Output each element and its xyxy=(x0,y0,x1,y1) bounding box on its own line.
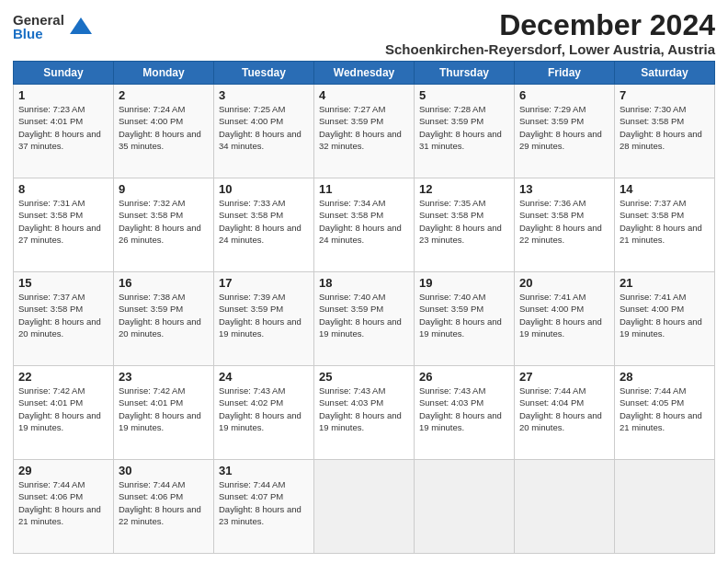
day-info: Sunrise: 7:44 AM Sunset: 4:07 PM Dayligh… xyxy=(219,478,309,527)
table-row: 3 Sunrise: 7:25 AM Sunset: 4:00 PM Dayli… xyxy=(214,85,314,178)
col-saturday: Saturday xyxy=(615,62,715,85)
location-title: Schoenkirchen-Reyersdorf, Lower Austria,… xyxy=(385,41,715,57)
day-info: Sunrise: 7:41 AM Sunset: 4:00 PM Dayligh… xyxy=(519,291,609,339)
day-number: 3 xyxy=(219,88,309,102)
day-info: Sunrise: 7:43 AM Sunset: 4:03 PM Dayligh… xyxy=(419,385,509,433)
table-row: 21 Sunrise: 7:41 AM Sunset: 4:00 PM Dayl… xyxy=(615,272,715,366)
svg-marker-0 xyxy=(70,17,92,34)
day-info: Sunrise: 7:24 AM Sunset: 4:00 PM Dayligh… xyxy=(119,103,209,152)
col-friday: Friday xyxy=(515,62,615,85)
day-info: Sunrise: 7:41 AM Sunset: 4:00 PM Dayligh… xyxy=(620,291,710,339)
day-info: Sunrise: 7:33 AM Sunset: 3:58 PM Dayligh… xyxy=(219,197,309,246)
day-number: 25 xyxy=(319,370,409,384)
table-row: 13 Sunrise: 7:36 AM Sunset: 3:58 PM Dayl… xyxy=(515,178,615,272)
table-row xyxy=(615,460,715,554)
day-info: Sunrise: 7:44 AM Sunset: 4:06 PM Dayligh… xyxy=(119,478,209,527)
table-row xyxy=(314,460,415,554)
table-row: 25 Sunrise: 7:43 AM Sunset: 4:03 PM Dayl… xyxy=(314,366,415,460)
day-info: Sunrise: 7:34 AM Sunset: 3:58 PM Dayligh… xyxy=(319,197,409,246)
day-info: Sunrise: 7:25 AM Sunset: 4:00 PM Dayligh… xyxy=(219,103,309,152)
table-row: 5 Sunrise: 7:28 AM Sunset: 3:59 PM Dayli… xyxy=(415,85,515,178)
table-row: 17 Sunrise: 7:39 AM Sunset: 3:59 PM Dayl… xyxy=(214,272,314,366)
day-number: 1 xyxy=(18,88,108,102)
day-number: 16 xyxy=(119,276,209,290)
day-info: Sunrise: 7:36 AM Sunset: 3:58 PM Dayligh… xyxy=(519,197,609,246)
day-info: Sunrise: 7:37 AM Sunset: 3:58 PM Dayligh… xyxy=(620,197,710,246)
table-row: 31 Sunrise: 7:44 AM Sunset: 4:07 PM Dayl… xyxy=(214,460,314,554)
logo-text: General Blue xyxy=(13,13,64,40)
calendar-week-row: 8 Sunrise: 7:31 AM Sunset: 3:58 PM Dayli… xyxy=(14,178,715,272)
table-row: 16 Sunrise: 7:38 AM Sunset: 3:59 PM Dayl… xyxy=(114,272,214,366)
table-row: 23 Sunrise: 7:42 AM Sunset: 4:01 PM Dayl… xyxy=(114,366,214,460)
day-number: 4 xyxy=(319,88,409,102)
day-info: Sunrise: 7:30 AM Sunset: 3:58 PM Dayligh… xyxy=(620,103,710,152)
col-thursday: Thursday xyxy=(415,62,515,85)
day-info: Sunrise: 7:27 AM Sunset: 3:59 PM Dayligh… xyxy=(319,103,409,152)
day-info: Sunrise: 7:31 AM Sunset: 3:58 PM Dayligh… xyxy=(18,197,108,246)
day-number: 10 xyxy=(219,182,309,196)
logo-icon xyxy=(68,14,94,40)
day-info: Sunrise: 7:23 AM Sunset: 4:01 PM Dayligh… xyxy=(18,103,108,152)
title-block: December 2024 Schoenkirchen-Reyersdorf, … xyxy=(385,9,715,57)
table-row: 4 Sunrise: 7:27 AM Sunset: 3:59 PM Dayli… xyxy=(314,85,415,178)
table-row: 20 Sunrise: 7:41 AM Sunset: 4:00 PM Dayl… xyxy=(515,272,615,366)
calendar-week-row: 1 Sunrise: 7:23 AM Sunset: 4:01 PM Dayli… xyxy=(14,85,715,178)
table-row: 22 Sunrise: 7:42 AM Sunset: 4:01 PM Dayl… xyxy=(14,366,114,460)
day-info: Sunrise: 7:42 AM Sunset: 4:01 PM Dayligh… xyxy=(18,385,108,433)
day-info: Sunrise: 7:40 AM Sunset: 3:59 PM Dayligh… xyxy=(419,291,509,339)
table-row: 2 Sunrise: 7:24 AM Sunset: 4:00 PM Dayli… xyxy=(114,85,214,178)
table-row: 12 Sunrise: 7:35 AM Sunset: 3:58 PM Dayl… xyxy=(415,178,515,272)
table-row: 8 Sunrise: 7:31 AM Sunset: 3:58 PM Dayli… xyxy=(14,178,114,272)
logo-general: General xyxy=(13,13,64,27)
day-info: Sunrise: 7:42 AM Sunset: 4:01 PM Dayligh… xyxy=(119,385,209,433)
day-info: Sunrise: 7:38 AM Sunset: 3:59 PM Dayligh… xyxy=(119,291,209,339)
table-row: 14 Sunrise: 7:37 AM Sunset: 3:58 PM Dayl… xyxy=(615,178,715,272)
day-number: 24 xyxy=(219,370,309,384)
day-number: 7 xyxy=(620,88,710,102)
day-number: 22 xyxy=(18,370,108,384)
table-row: 28 Sunrise: 7:44 AM Sunset: 4:05 PM Dayl… xyxy=(615,366,715,460)
day-number: 2 xyxy=(119,88,209,102)
table-row: 9 Sunrise: 7:32 AM Sunset: 3:58 PM Dayli… xyxy=(114,178,214,272)
table-row: 27 Sunrise: 7:44 AM Sunset: 4:04 PM Dayl… xyxy=(515,366,615,460)
table-row: 29 Sunrise: 7:44 AM Sunset: 4:06 PM Dayl… xyxy=(14,460,114,554)
day-number: 21 xyxy=(620,276,710,290)
col-wednesday: Wednesday xyxy=(314,62,415,85)
table-row xyxy=(515,460,615,554)
table-row: 1 Sunrise: 7:23 AM Sunset: 4:01 PM Dayli… xyxy=(14,85,114,178)
table-row: 30 Sunrise: 7:44 AM Sunset: 4:06 PM Dayl… xyxy=(114,460,214,554)
day-number: 31 xyxy=(219,464,309,477)
day-info: Sunrise: 7:37 AM Sunset: 3:58 PM Dayligh… xyxy=(18,291,108,339)
day-info: Sunrise: 7:43 AM Sunset: 4:02 PM Dayligh… xyxy=(219,385,309,433)
day-number: 30 xyxy=(119,464,209,477)
table-row: 18 Sunrise: 7:40 AM Sunset: 3:59 PM Dayl… xyxy=(314,272,415,366)
day-number: 27 xyxy=(519,370,609,384)
day-info: Sunrise: 7:29 AM Sunset: 3:59 PM Dayligh… xyxy=(519,103,609,152)
day-info: Sunrise: 7:35 AM Sunset: 3:58 PM Dayligh… xyxy=(419,197,509,246)
calendar-header-row: Sunday Monday Tuesday Wednesday Thursday… xyxy=(14,62,715,85)
table-row: 10 Sunrise: 7:33 AM Sunset: 3:58 PM Dayl… xyxy=(214,178,314,272)
day-info: Sunrise: 7:44 AM Sunset: 4:05 PM Dayligh… xyxy=(620,385,710,433)
day-number: 13 xyxy=(519,182,609,196)
day-number: 12 xyxy=(419,182,509,196)
day-info: Sunrise: 7:32 AM Sunset: 3:58 PM Dayligh… xyxy=(119,197,209,246)
table-row xyxy=(415,460,515,554)
day-info: Sunrise: 7:44 AM Sunset: 4:06 PM Dayligh… xyxy=(18,478,108,527)
table-row: 19 Sunrise: 7:40 AM Sunset: 3:59 PM Dayl… xyxy=(415,272,515,366)
table-row: 26 Sunrise: 7:43 AM Sunset: 4:03 PM Dayl… xyxy=(415,366,515,460)
day-number: 15 xyxy=(18,276,108,290)
table-row: 24 Sunrise: 7:43 AM Sunset: 4:02 PM Dayl… xyxy=(214,366,314,460)
logo: General Blue xyxy=(13,13,94,40)
day-number: 17 xyxy=(219,276,309,290)
day-number: 18 xyxy=(319,276,409,290)
day-number: 14 xyxy=(620,182,710,196)
day-number: 19 xyxy=(419,276,509,290)
col-sunday: Sunday xyxy=(14,62,114,85)
calendar-week-row: 22 Sunrise: 7:42 AM Sunset: 4:01 PM Dayl… xyxy=(14,366,715,460)
day-number: 11 xyxy=(319,182,409,196)
day-number: 6 xyxy=(519,88,609,102)
table-row: 7 Sunrise: 7:30 AM Sunset: 3:58 PM Dayli… xyxy=(615,85,715,178)
day-info: Sunrise: 7:44 AM Sunset: 4:04 PM Dayligh… xyxy=(519,385,609,433)
day-info: Sunrise: 7:40 AM Sunset: 3:59 PM Dayligh… xyxy=(319,291,409,339)
col-tuesday: Tuesday xyxy=(214,62,314,85)
